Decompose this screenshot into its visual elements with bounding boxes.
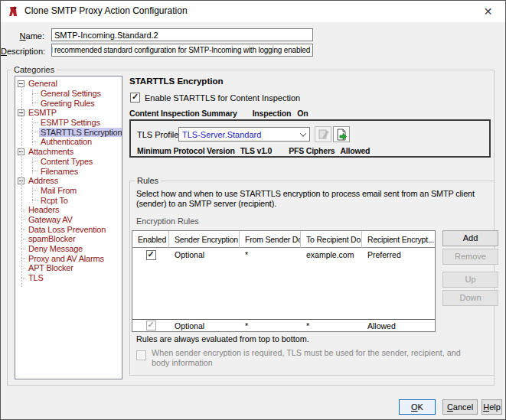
- enable-starttls-label: Enable STARTTLS for Content Inspection: [145, 93, 300, 103]
- tree-item-content-types[interactable]: Content Types: [15, 157, 122, 167]
- inspection-label: Inspection: [253, 109, 292, 118]
- close-icon[interactable]: ✕: [471, 1, 505, 22]
- description-label: Description:: [1, 47, 44, 56]
- tree-item-general[interactable]: General: [15, 79, 122, 89]
- min-protocol-label: Minimum Protocol Version: [137, 146, 235, 155]
- rule-cell: *: [240, 321, 301, 330]
- rule-cell: Optional: [169, 250, 240, 259]
- default-rule-row[interactable]: Optional**Allowed: [132, 319, 435, 331]
- tree-item-rcpt-to[interactable]: Rcpt To: [15, 195, 122, 205]
- chevron-down-icon[interactable]: [297, 128, 309, 141]
- tree-item-label: Gateway AV: [27, 215, 74, 224]
- column-header-to-recipient-do[interactable]: To Recipient Do...: [301, 231, 362, 248]
- tree-item-deny-message[interactable]: Deny Message: [15, 244, 122, 254]
- tree-connector: [32, 103, 38, 103]
- tree-item-filenames[interactable]: Filenames: [15, 166, 122, 176]
- pfs-ciphers-value: Allowed: [340, 146, 370, 155]
- tree-item-apt-blocker[interactable]: APT Blocker: [15, 263, 122, 273]
- rule-cell: Allowed: [362, 321, 435, 330]
- tree-item-tls[interactable]: TLS: [15, 273, 122, 283]
- enable-starttls-checkbox[interactable]: [130, 93, 140, 103]
- tree-item-label: Filenames: [39, 167, 80, 176]
- column-header-recipient-encrypt[interactable]: Recipient Encrypt...: [362, 231, 435, 248]
- categories-tree[interactable]: GeneralGeneral SettingsGreeting RulesESM…: [15, 76, 122, 379]
- view-profile-icon: [335, 129, 348, 141]
- tls-profile-label: TLS Profile:: [137, 130, 181, 139]
- add-button[interactable]: Add: [442, 230, 498, 246]
- tree-connector: [32, 122, 38, 123]
- tree-item-label: Greeting Rules: [39, 99, 96, 108]
- cancel-button[interactable]: Cancel: [442, 399, 478, 415]
- tree-connector: [32, 200, 38, 200]
- tree-item-address[interactable]: Address: [15, 176, 122, 186]
- rule-enabled-checkbox[interactable]: [146, 250, 156, 260]
- tree-item-general-settings[interactable]: General Settings: [15, 89, 122, 99]
- tree-guide-line: [32, 119, 33, 145]
- tree-guide-line: [32, 90, 33, 106]
- rule-cell: Optional: [169, 321, 240, 330]
- tree-item-label: STARTTLS Encryption: [39, 128, 122, 137]
- view-profile-button[interactable]: [333, 126, 350, 142]
- tree-item-label: APT Blocker: [27, 263, 75, 272]
- column-header-sender-encryption[interactable]: Sender Encryption: [169, 231, 240, 248]
- tree-connector: [32, 190, 38, 190]
- sender-encryption-label: When sender encryption is required, TLS …: [152, 348, 473, 368]
- tree-item-label: Attachments: [27, 147, 75, 156]
- app-logo-icon: [8, 5, 19, 18]
- page-title: STARTTLS Encryption: [129, 77, 223, 86]
- tree-item-greeting-rules[interactable]: Greeting Rules: [15, 98, 122, 108]
- tree-item-label: spamBlocker: [27, 234, 77, 243]
- tree-item-authentication[interactable]: Authentication: [15, 137, 122, 147]
- remove-button: Remove: [442, 249, 498, 265]
- tree-item-proxy-and-av-alarms[interactable]: Proxy and AV Alarms: [15, 253, 122, 263]
- tree-item-esmtp-settings[interactable]: ESMTP Settings: [15, 118, 122, 128]
- tls-profile-value: TLS-Server.Standard: [179, 130, 297, 139]
- column-header-from-sender-do[interactable]: From Sender Do...: [240, 231, 301, 248]
- tls-profile-select[interactable]: TLS-Server.Standard: [178, 127, 310, 142]
- tree-item-attachments[interactable]: Attachments: [15, 147, 122, 157]
- pfs-ciphers-label: PFS Ciphers: [289, 146, 335, 155]
- title-bar[interactable]: Clone SMTP Proxy Action Configuration ✕: [1, 1, 505, 22]
- tree-item-label: Deny Message: [27, 244, 84, 253]
- tree-guide-line: [32, 158, 33, 174]
- tree-connector: [32, 132, 38, 132]
- tree-item-starttls-encryption[interactable]: STARTTLS Encryption: [15, 127, 122, 137]
- tree-item-label: TLS: [27, 273, 45, 282]
- tree-item-esmtp[interactable]: ESMTP: [15, 108, 122, 118]
- protocol-summary-row: Minimum Protocol Version TLS v1.0 PFS Ci…: [137, 146, 370, 155]
- content-inspection-summary: Content Inspection Summary Inspection On: [129, 109, 308, 118]
- description-input[interactable]: ard recommended standard configuration f…: [51, 44, 313, 57]
- tree-item-label: Mail From: [39, 186, 78, 195]
- tree-item-data-loss-prevention[interactable]: Data Loss Prevention: [15, 224, 122, 234]
- tree-item-gateway-av[interactable]: Gateway AV: [15, 215, 122, 225]
- tree-guide-line: [21, 86, 22, 287]
- tls-profile-box: TLS Profile: TLS-Server.Standard Minimum…: [129, 119, 491, 158]
- rule-cell: *: [301, 321, 362, 330]
- tree-connector: [32, 93, 38, 94]
- min-protocol-value: TLS v1.0: [240, 146, 273, 155]
- name-label: Name:: [1, 31, 44, 41]
- window-title: Clone SMTP Proxy Action Configuration: [24, 5, 188, 16]
- edit-profile-icon-disabled: [318, 129, 329, 140]
- inspection-value: On: [297, 109, 308, 118]
- tree-connector: [32, 161, 38, 161]
- rule-cell: example.com: [301, 250, 362, 259]
- tree-item-label: ESMTP: [27, 108, 58, 117]
- tree-item-label: Rcpt To: [39, 196, 70, 205]
- name-input[interactable]: SMTP-Incoming.Standard.2: [51, 28, 313, 41]
- rules-groupbox-label: Rules: [135, 176, 161, 185]
- tree-item-mail-from[interactable]: Mail From: [15, 186, 122, 196]
- tree-item-spamblocker[interactable]: spamBlocker: [15, 234, 122, 244]
- summary-label: Content Inspection Summary: [129, 109, 237, 118]
- rule-enabled-checkbox: [146, 321, 156, 330]
- tree-item-headers[interactable]: Headers: [15, 205, 122, 215]
- help-button[interactable]: Help: [482, 399, 502, 415]
- table-row[interactable]: Optional*example.comPreferred: [132, 248, 435, 262]
- rules-description: Select how and when to use STARTTLS encr…: [136, 189, 490, 209]
- tree-item-label: General: [27, 79, 59, 88]
- column-header-enabled[interactable]: Enabled: [132, 231, 169, 248]
- edit-profile-button: [315, 126, 331, 142]
- encryption-rules-table[interactable]: EnabledSender EncryptionFrom Sender Do..…: [132, 230, 436, 332]
- tree-item-label: Address: [27, 176, 60, 185]
- ok-button[interactable]: OK: [399, 399, 436, 415]
